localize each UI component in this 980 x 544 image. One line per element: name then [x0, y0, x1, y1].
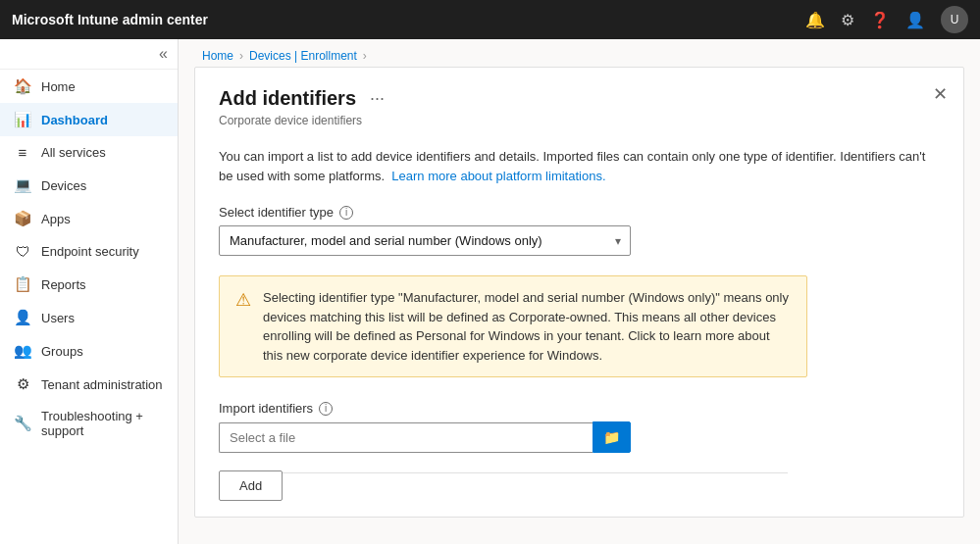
help-icon[interactable]: ❓ — [870, 11, 890, 29]
panel-subtitle: Corporate device identifiers — [219, 114, 940, 127]
sidebar-item-all-services[interactable]: ≡ All services — [0, 136, 178, 169]
sidebar-item-label: Groups — [41, 344, 83, 359]
apps-icon: 📦 — [14, 210, 31, 227]
sidebar-item-label: Home — [41, 79, 76, 94]
reports-icon: 📋 — [14, 275, 31, 293]
sidebar-item-label: Tenant administration — [41, 377, 163, 392]
sidebar-item-label: Dashboard — [41, 113, 108, 127]
collapse-icon[interactable]: « — [159, 45, 168, 63]
tenant-admin-icon: ⚙ — [14, 375, 31, 393]
close-button[interactable]: ✕ — [933, 83, 948, 105]
sidebar-item-label: Devices — [41, 178, 86, 193]
description-text: You can import a list to add device iden… — [219, 147, 940, 185]
home-icon: 🏠 — [14, 77, 31, 95]
breadcrumb: Home › Devices | Enrollment › — [179, 39, 980, 67]
breadcrumb-sep-1: › — [239, 49, 243, 63]
dashboard-icon: 📊 — [14, 111, 31, 128]
sidebar-item-users[interactable]: 👤 Users — [0, 301, 178, 334]
app-title: Microsoft Intune admin center — [12, 12, 805, 27]
endpoint-security-icon: 🛡 — [14, 243, 31, 260]
identifier-type-select[interactable]: Manufacturer, model and serial number (W… — [219, 225, 631, 256]
identifier-type-select-wrapper: Manufacturer, model and serial number (W… — [219, 225, 631, 256]
learn-more-link[interactable]: Learn more about platform limitations. — [391, 169, 605, 183]
breadcrumb-enrollment[interactable]: Devices | Enrollment — [249, 49, 357, 63]
sidebar-item-label: Troubleshooting + support — [41, 409, 164, 438]
add-identifiers-panel: ✕ Add identifiers ··· Corporate device i… — [194, 67, 964, 518]
content-area: Home › Devices | Enrollment › ✕ Add iden… — [179, 39, 980, 544]
file-browse-button[interactable]: 📁 — [593, 421, 631, 453]
import-identifiers-info-icon[interactable]: i — [319, 402, 333, 416]
folder-icon: 📁 — [603, 429, 620, 445]
topbar-icons: 🔔 ⚙ ❓ 👤 U — [805, 6, 968, 33]
sidebar-item-label: Apps — [41, 212, 71, 226]
sidebar-item-label: Users — [41, 311, 75, 325]
devices-icon: 💻 — [14, 176, 31, 194]
file-input[interactable] — [219, 422, 593, 453]
add-button[interactable]: Add — [219, 470, 283, 501]
warning-text: Selecting identifier type "Manufacturer,… — [263, 288, 791, 365]
panel-title: Add identifiers — [219, 87, 356, 110]
sidebar-item-label: All services — [41, 145, 106, 160]
sidebar-collapse-btn[interactable]: « — [0, 39, 178, 70]
select-identifier-label: Select identifier type i — [219, 205, 940, 220]
panel-footer: Add — [219, 470, 283, 501]
troubleshooting-icon: 🔧 — [14, 415, 31, 432]
all-services-icon: ≡ — [14, 144, 31, 161]
sidebar-item-troubleshooting[interactable]: 🔧 Troubleshooting + support — [0, 401, 178, 446]
bell-icon[interactable]: 🔔 — [805, 11, 825, 29]
import-identifiers-label: Import identifiers i — [219, 401, 940, 416]
sidebar-item-tenant-admin[interactable]: ⚙ Tenant administration — [0, 368, 178, 401]
gear-icon[interactable]: ⚙ — [841, 11, 854, 29]
breadcrumb-home[interactable]: Home — [202, 49, 233, 63]
sidebar: « 🏠 Home 📊 Dashboard ≡ All services 💻 De… — [0, 39, 179, 544]
avatar[interactable]: U — [941, 6, 968, 33]
users-icon: 👤 — [14, 309, 31, 326]
groups-icon: 👥 — [14, 342, 31, 360]
sidebar-item-label: Endpoint security — [41, 244, 139, 259]
select-identifier-info-icon[interactable]: i — [339, 206, 353, 220]
sidebar-item-endpoint-security[interactable]: 🛡 Endpoint security — [0, 235, 178, 268]
sidebar-item-home[interactable]: 🏠 Home — [0, 70, 178, 103]
warning-icon: ⚠ — [235, 289, 251, 365]
sidebar-item-groups[interactable]: 👥 Groups — [0, 334, 178, 368]
sidebar-item-apps[interactable]: 📦 Apps — [0, 202, 178, 235]
panel-header: Add identifiers ··· — [219, 87, 940, 110]
warning-box: ⚠ Selecting identifier type "Manufacture… — [219, 275, 807, 377]
breadcrumb-sep-2: › — [363, 49, 367, 63]
person-icon[interactable]: 👤 — [905, 11, 925, 29]
sidebar-item-label: Reports — [41, 277, 86, 292]
panel-menu-dots[interactable]: ··· — [370, 88, 385, 109]
bottom-divider — [219, 472, 788, 473]
import-row: 📁 — [219, 421, 631, 453]
topbar: Microsoft Intune admin center 🔔 ⚙ ❓ 👤 U — [0, 0, 980, 39]
sidebar-item-devices[interactable]: 💻 Devices — [0, 169, 178, 202]
sidebar-item-reports[interactable]: 📋 Reports — [0, 268, 178, 301]
sidebar-item-dashboard[interactable]: 📊 Dashboard — [0, 103, 178, 136]
main-layout: « 🏠 Home 📊 Dashboard ≡ All services 💻 De… — [0, 39, 980, 544]
